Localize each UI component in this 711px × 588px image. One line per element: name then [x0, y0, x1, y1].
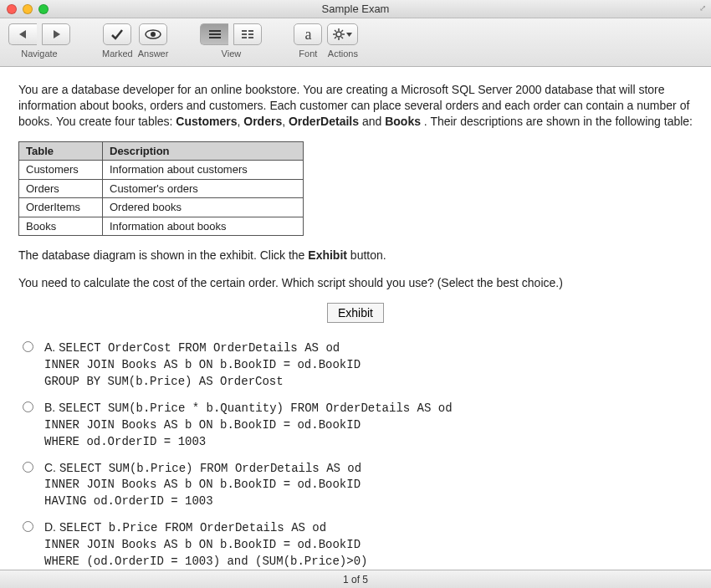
radio-a[interactable]	[23, 341, 33, 352]
marked-label: Marked	[102, 49, 133, 59]
svg-rect-12	[248, 37, 253, 38]
svg-line-18	[335, 30, 336, 32]
option-c[interactable]: C. SELECT SUM(b.Price) FROM OrderDetails…	[18, 460, 693, 510]
triangle-right-icon	[52, 30, 60, 38]
diagram-line: The database diagram is shown in the exh…	[18, 248, 693, 263]
svg-rect-8	[248, 30, 253, 32]
actions-label: Actions	[328, 49, 358, 59]
status-bar: 1 of 5	[0, 570, 711, 588]
question-intro: You are a database developer for an onli…	[18, 82, 693, 130]
option-letter: A.	[44, 340, 55, 354]
toolbar: Navigate Marked Answer	[0, 18, 711, 67]
th-table: Table	[19, 141, 103, 161]
answer-label: Answer	[138, 49, 169, 59]
cell-name: OrderItems	[19, 198, 103, 217]
question-content: You are a database developer for an onli…	[0, 67, 711, 570]
cell-name: Customers	[19, 161, 103, 180]
checkmark-icon	[110, 28, 124, 40]
option-code: SELECT SUM(b.Price * b.Quantity) FROM Or…	[44, 401, 453, 448]
need-line: You need to calculate the cost of the ce…	[18, 275, 693, 291]
view-group: View	[200, 23, 262, 59]
answer-button[interactable]	[139, 23, 167, 45]
fullscreen-icon[interactable]: ⤢	[699, 3, 706, 13]
bold-customers: Customers	[176, 115, 237, 128]
font-actions-group: a Font Ac	[294, 23, 358, 59]
svg-line-19	[341, 37, 343, 38]
svg-rect-6	[209, 37, 221, 38]
view-label: View	[222, 49, 242, 59]
navigate-group: Navigate	[8, 23, 70, 59]
svg-rect-11	[242, 37, 247, 38]
bold-books: Books	[385, 115, 421, 128]
font-a-icon: a	[304, 26, 311, 43]
svg-line-20	[341, 30, 343, 32]
th-description: Description	[103, 141, 304, 161]
bold-orders: Orders	[243, 115, 282, 128]
svg-point-13	[336, 32, 341, 37]
font-label: Font	[299, 49, 317, 59]
diagram-bold: Exhibit	[308, 248, 347, 262]
gear-icon	[333, 28, 352, 40]
marked-button[interactable]	[103, 23, 131, 45]
svg-line-21	[335, 37, 336, 38]
actions-button[interactable]	[327, 23, 358, 45]
cell-desc: Ordered books	[103, 198, 304, 217]
font-button[interactable]: a	[294, 23, 322, 45]
window-title: Sample Exam	[0, 3, 711, 15]
marked-answer-group: Marked Answer	[102, 23, 168, 59]
split-view-icon	[242, 29, 253, 39]
option-letter: B.	[44, 401, 55, 414]
navigate-label: Navigate	[21, 49, 57, 59]
eye-icon	[145, 29, 161, 39]
cell-name: Orders	[19, 179, 103, 198]
svg-rect-7	[242, 30, 247, 32]
answer-options: A. SELECT OrderCost FROM OrderDetails AS…	[18, 340, 693, 570]
cell-desc: Customer's orders	[103, 179, 304, 198]
option-a[interactable]: A. SELECT OrderCost FROM OrderDetails AS…	[18, 340, 693, 390]
option-d[interactable]: D. SELECT b.Price FROM OrderDetails AS o…	[18, 519, 693, 570]
svg-point-3	[151, 32, 156, 37]
nav-forward-button[interactable]	[42, 23, 70, 45]
option-letter: D.	[44, 520, 56, 534]
table-row: OrdersCustomer's orders	[19, 179, 304, 198]
diagram-post: button.	[350, 248, 386, 262]
chevron-down-icon	[346, 33, 352, 37]
svg-marker-1	[54, 30, 60, 38]
svg-rect-4	[209, 30, 221, 32]
radio-d[interactable]	[23, 521, 33, 532]
option-code: SELECT SUM(b.Price) FROM OrderDetails AS…	[44, 462, 361, 509]
table-row: BooksInformation about books	[19, 217, 304, 236]
svg-marker-0	[19, 30, 26, 38]
svg-rect-5	[209, 33, 221, 35]
diagram-pre: The database diagram is shown in the exh…	[18, 248, 308, 262]
single-view-icon	[209, 29, 221, 39]
titlebar: Sample Exam ⤢	[0, 0, 711, 18]
triangle-left-icon	[19, 30, 28, 38]
svg-rect-10	[248, 33, 253, 35]
table-row: CustomersInformation about customers	[19, 161, 304, 180]
option-code: SELECT b.Price FROM OrderDetails AS od I…	[44, 521, 367, 568]
radio-b[interactable]	[23, 401, 33, 412]
exhibit-button[interactable]: Exhibit	[327, 303, 384, 323]
svg-marker-22	[346, 33, 352, 37]
table-row: OrderItemsOrdered books	[19, 198, 304, 217]
cell-desc: Information about customers	[103, 161, 304, 180]
svg-rect-9	[242, 33, 247, 35]
tables-description: Table Description CustomersInformation a…	[18, 141, 304, 237]
intro-post: . Their descriptions are shown in the fo…	[424, 115, 693, 128]
view-split-button[interactable]	[233, 23, 262, 45]
option-b[interactable]: B. SELECT SUM(b.Price * b.Quantity) FROM…	[18, 400, 693, 450]
cell-name: Books	[19, 217, 103, 236]
page-indicator: 1 of 5	[343, 574, 368, 585]
view-single-button[interactable]	[200, 23, 228, 45]
radio-c[interactable]	[23, 462, 33, 473]
nav-back-button[interactable]	[8, 23, 37, 45]
option-code: SELECT OrderCost FROM OrderDetails AS od…	[44, 341, 361, 388]
cell-desc: Information about books	[103, 217, 304, 236]
option-letter: C.	[44, 461, 56, 474]
bold-orderdetails: OrderDetails	[289, 115, 359, 128]
